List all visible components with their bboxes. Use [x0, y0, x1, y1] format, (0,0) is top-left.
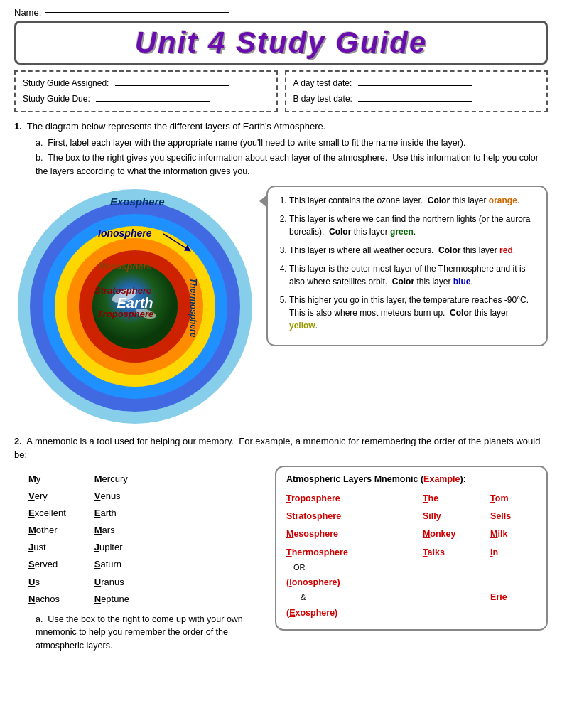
aday-label: A day test date: [293, 78, 352, 88]
due-row: Study Guide Due: [23, 92, 269, 107]
atm-mnemonic-box: Atmospheric Layers Mnemonic (Example): T… [275, 466, 548, 631]
svg-text:Thermosphere: Thermosphere [188, 278, 198, 338]
due-field [96, 101, 210, 102]
atm-row-1: Troposphere The Tom [286, 490, 536, 508]
atm-mnemonic-title: Atmospheric Layers Mnemonic (Example): [286, 474, 536, 484]
layer-item-3: This layer is where all weather occurs. … [289, 244, 536, 257]
q1-sub-b: b. The box to the right gives you specif… [36, 151, 548, 178]
planet-mnemonic-area: My Very Excellent Mother Just Served Us … [14, 466, 264, 655]
layer-item-2: This layer is where we can find the nort… [289, 213, 536, 238]
page-title: Unit 4 Study Guide [14, 21, 548, 65]
question-2: 2. A mnemonic is a tool used for helping… [14, 434, 548, 655]
q2-title: 2. A mnemonic is a tool used for helping… [14, 434, 548, 462]
atm-word1-3: Monkey [423, 525, 490, 543]
bday-field [358, 101, 472, 102]
aday-field [358, 85, 472, 86]
right-info-box: A day test date: B day test date: [285, 70, 549, 112]
bday-row: B day test date: [293, 92, 540, 107]
question-1: 1. The diagram below represents the diff… [14, 119, 548, 178]
mnemonic-area: My Very Excellent Mother Just Served Us … [14, 466, 548, 655]
q2-sub-a: a. Use the box to the right to come up w… [36, 613, 264, 653]
atm-row-2: Stratosphere Silly Sells [286, 508, 536, 525]
atm-table: Troposphere The Tom Stratosphere Silly S… [286, 490, 536, 622]
atm-word2-4: In Erie [490, 544, 536, 622]
aday-row: A day test date: [293, 76, 540, 92]
atm-layer-4: Thermosphere OR (Ionosphere) & (Exospher… [286, 544, 423, 622]
mnemonic-grid: My Very Excellent Mother Just Served Us … [28, 471, 264, 607]
earth-diagram: Exosphere Ionosphere Thermosphere Mesosp… [14, 186, 256, 427]
atm-word2-2: Sells [490, 508, 536, 525]
layer-item-1: This layer contains the ozone layer. Col… [289, 194, 536, 207]
assigned-field [115, 85, 229, 86]
atm-row-4: Thermosphere OR (Ionosphere) & (Exospher… [286, 544, 536, 622]
q1-sub-a: a. First, label each layer with the appr… [36, 136, 548, 150]
atm-layer-2: Stratosphere [286, 508, 423, 525]
diagram-area: Exosphere Ionosphere Thermosphere Mesosp… [14, 186, 548, 427]
name-line: Name: [14, 7, 548, 18]
layer-item-4: This layer is the outer most layer of th… [289, 262, 536, 288]
svg-text:Ionosphere: Ionosphere [98, 228, 152, 239]
name-field [45, 12, 229, 13]
layer-item-5: This higher you go in this layer, the te… [289, 294, 536, 332]
name-label: Name: [14, 7, 41, 18]
layer-list: This layer contains the ozone layer. Col… [278, 194, 536, 332]
mnemonic-col-1: My Very Excellent Mother Just Served Us … [28, 471, 66, 607]
atm-word2-1: Tom [490, 490, 536, 508]
atm-row-3: Mesosphere Monkey Milk [286, 525, 536, 543]
atm-word1-2: Silly [423, 508, 490, 525]
q1-title: 1. The diagram below represents the diff… [14, 119, 548, 134]
assigned-row: Study Guide Assigned: [23, 76, 269, 92]
layer-info-box: This layer contains the ozone layer. Col… [266, 186, 548, 346]
assigned-label: Study Guide Assigned: [23, 78, 109, 88]
bday-label: B day test date: [293, 94, 352, 104]
svg-text:Earth: Earth [117, 295, 153, 311]
due-label: Study Guide Due: [23, 94, 90, 104]
atm-layer-1: Troposphere [286, 490, 423, 508]
left-info-box: Study Guide Assigned: Study Guide Due: [14, 70, 278, 112]
atm-word2-3: Milk [490, 525, 536, 543]
atm-word1-4: Talks [423, 544, 490, 622]
mnemonic-col-2: Mercury Venus Earth Mars Jupiter Saturn … [94, 471, 129, 607]
atm-layer-3: Mesosphere [286, 525, 423, 543]
svg-text:Mesosphere: Mesosphere [98, 261, 152, 272]
svg-text:Exosphere: Exosphere [110, 196, 165, 208]
atm-word1-1: The [423, 490, 490, 508]
info-boxes: Study Guide Assigned: Study Guide Due: A… [14, 70, 548, 112]
svg-text:Stratosphere: Stratosphere [94, 285, 151, 296]
